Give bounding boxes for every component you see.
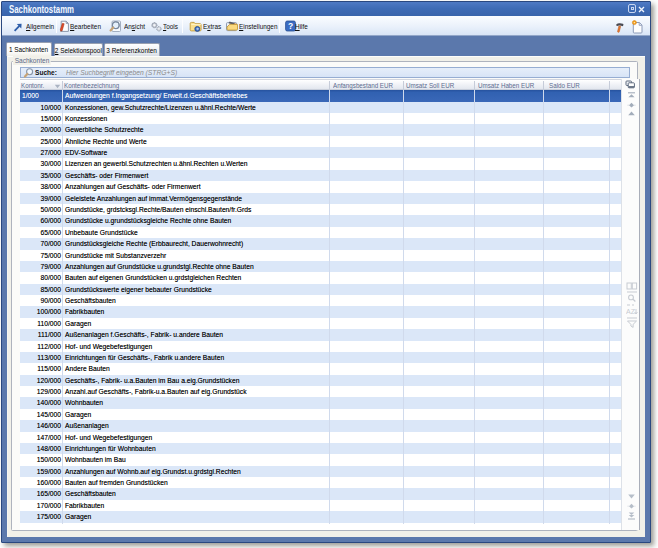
svg-text:AZ: AZ [626,308,636,315]
svg-text:?: ? [287,21,292,31]
